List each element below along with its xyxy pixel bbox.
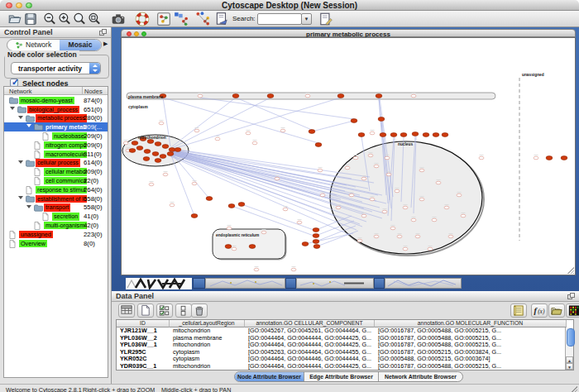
graph-node[interactable]: [419, 198, 424, 201]
tree-row-multi-organism-pro[interactable]: multi-organism pro42(0): [4, 221, 108, 230]
notes-icon[interactable]: [510, 304, 527, 318]
graph-node[interactable]: [227, 227, 232, 230]
graph-node[interactable]: [191, 214, 198, 218]
graph-node[interactable]: [390, 133, 397, 137]
graph-node[interactable]: [432, 218, 437, 222]
graph-node[interactable]: [206, 197, 213, 201]
matrix-icon[interactable]: [566, 304, 579, 318]
graph-node[interactable]: [378, 117, 385, 122]
cell-4-1[interactable]: cytoplasm: [170, 356, 245, 363]
tree-row-overview[interactable]: Overview8(0): [4, 239, 108, 248]
graph-node[interactable]: [159, 122, 164, 125]
delete-attribute-icon[interactable]: [191, 304, 208, 318]
cell-5-3[interactable]: [GO:0016787, GO:0005488, GO:0005215, G..…: [375, 363, 567, 370]
graph-node[interactable]: [561, 156, 567, 160]
graph-node[interactable]: [385, 156, 390, 160]
search-input[interactable]: [257, 13, 302, 25]
graph-node[interactable]: [238, 203, 245, 207]
formula-icon[interactable]: f(x): [531, 304, 548, 318]
graph-node[interactable]: [361, 214, 366, 218]
background-window-fragment[interactable]: [296, 278, 374, 289]
graph-node[interactable]: [198, 94, 203, 98]
graph-node[interactable]: [155, 142, 161, 146]
tab-mosaic[interactable]: Mosaic: [60, 40, 101, 50]
tree-row-nitrogen-compo[interactable]: nitrogen compo209(0): [4, 141, 108, 150]
cell-0-1[interactable]: mitochondrion: [170, 327, 245, 335]
graph-node[interactable]: [423, 133, 429, 137]
graph-node[interactable]: [411, 94, 416, 98]
expand-arrow-icon[interactable]: [18, 196, 23, 199]
tab-node-attribute-browser[interactable]: Node Attribute Browser: [235, 372, 304, 381]
network-window-titlebar[interactable]: primary metabolic process: [121, 29, 576, 37]
graph-node[interactable]: [353, 156, 358, 160]
zoom-out-icon[interactable]: [42, 12, 57, 26]
graph-node[interactable]: [149, 183, 154, 186]
graph-node[interactable]: [337, 94, 344, 98]
graph-node[interactable]: [305, 94, 310, 98]
graph-node[interactable]: [374, 165, 379, 168]
expand-arrow-icon[interactable]: [10, 107, 15, 110]
tree-row-transport[interactable]: transport558(0): [4, 203, 108, 213]
graph-node[interactable]: [170, 203, 175, 207]
cell-3-3[interactable]: [GO:0016787, GO:0005215, GO:0003824, G..…: [375, 349, 567, 356]
cell-1-1[interactable]: plasma membrane: [170, 335, 245, 342]
graph-node[interactable]: [412, 132, 419, 136]
graph-node[interactable]: [144, 150, 151, 154]
graph-node[interactable]: [534, 156, 538, 160]
tree-row-cellular-metabol[interactable]: cellular metabol209(0): [4, 167, 108, 176]
graph-node[interactable]: [162, 145, 169, 149]
graph-node[interactable]: [129, 149, 136, 153]
graph-node[interactable]: [400, 133, 407, 137]
graph-node[interactable]: [419, 169, 424, 172]
graph-node[interactable]: [349, 194, 354, 197]
tree-row-primary-metabol[interactable]: primary metabol209(...: [4, 122, 108, 131]
graph-node[interactable]: [370, 131, 375, 135]
graph-node[interactable]: [403, 247, 408, 251]
graph-node[interactable]: [382, 210, 387, 213]
tab-network[interactable]: Network: [7, 40, 60, 50]
cell-4-2[interactable]: [GO:0044464, GO:0044446, GO:0044444, G..…: [245, 356, 375, 363]
graph-node[interactable]: [194, 129, 199, 132]
graph-node[interactable]: [448, 235, 453, 238]
graph-node[interactable]: [160, 155, 166, 159]
cell-0-3[interactable]: [GO:0016787, GO:0005488, GO:0005215, G..…: [375, 327, 567, 335]
new-attribute-icon[interactable]: [137, 304, 154, 318]
graph-node[interactable]: [380, 133, 386, 137]
open-file-icon[interactable]: [7, 12, 22, 26]
graph-node[interactable]: [232, 94, 239, 98]
graph-node[interactable]: [254, 268, 259, 271]
cell-3-1[interactable]: cytoplasm: [170, 349, 245, 356]
graph-node[interactable]: [370, 198, 375, 201]
graph-node[interactable]: [225, 245, 232, 249]
layout-red-icon[interactable]: [195, 12, 210, 26]
column-header-0[interactable]: ID: [117, 320, 170, 327]
network-canvas[interactable]: plasma membranecytoplasmmitochondrionnuc…: [121, 37, 576, 275]
graph-node[interactable]: [313, 240, 319, 244]
graph-node[interactable]: [374, 235, 379, 238]
graph-node[interactable]: [280, 129, 285, 132]
graph-node[interactable]: [283, 208, 288, 211]
expand-arrow-icon[interactable]: [26, 124, 31, 127]
search-config-icon[interactable]: [318, 12, 333, 26]
scroll-up-arrow[interactable]: ▲: [566, 356, 573, 363]
graph-node[interactable]: [192, 182, 197, 185]
graph-node[interactable]: [132, 141, 138, 146]
graph-node[interactable]: [313, 245, 320, 249]
graph-node[interactable]: [163, 173, 168, 176]
zoom-fit-icon[interactable]: [87, 12, 102, 26]
graph-node[interactable]: [261, 231, 266, 234]
graph-node[interactable]: [358, 133, 365, 137]
graph-node[interactable]: [123, 141, 128, 145]
graph-node[interactable]: [215, 137, 220, 141]
tree-row-unassigned[interactable]: unassigned223(0): [4, 230, 108, 239]
background-window-fragment[interactable]: [193, 278, 205, 289]
float-panel-icon[interactable]: [99, 29, 107, 36]
column-header-3[interactable]: annotation.GO MOLECULAR_FUNCTION: [375, 320, 567, 327]
graph-node[interactable]: [249, 245, 256, 249]
graph-node[interactable]: [302, 242, 309, 246]
save-icon[interactable]: [23, 12, 38, 26]
tree-row-response-to-stimul[interactable]: response to stimul264(0): [4, 185, 108, 194]
cell-2-3[interactable]: [GO:0016787, GO:0005488, GO:0005215, G..…: [375, 342, 567, 349]
background-window-fragment[interactable]: [285, 278, 296, 289]
snapshot-icon[interactable]: [111, 12, 126, 26]
